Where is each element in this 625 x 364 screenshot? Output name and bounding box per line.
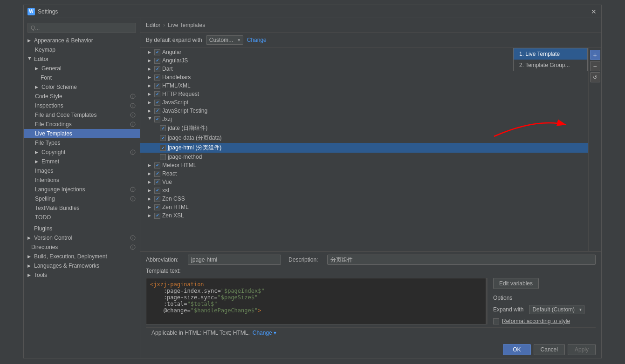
arrow-icon: ▶ [148, 92, 152, 96]
tree-item-handlebars[interactable]: ▶ Handlebars [140, 73, 601, 81]
tree-item-checkbox[interactable] [154, 58, 160, 64]
tree-item-zenhtml[interactable]: ▶ Zen HTML [140, 203, 601, 211]
sidebar-item-font[interactable]: Font [24, 73, 140, 82]
sidebar-item-filecodetemplates[interactable]: File and Code Templates i [24, 110, 140, 120]
tree-item-checkbox[interactable] [154, 171, 160, 177]
reset-button[interactable]: ↺ [590, 72, 600, 82]
sidebar-item-filetypes[interactable]: File Types [24, 138, 140, 148]
template-editor[interactable]: <jxzj-pagination :page-index.sync="$page… [146, 278, 488, 324]
tree-item-checkbox[interactable] [154, 91, 160, 97]
remove-button[interactable]: − [590, 61, 600, 71]
arrow-icon: ▶ [27, 263, 32, 268]
ok-button[interactable]: OK [503, 344, 530, 355]
tree-item-checkbox[interactable] [160, 125, 166, 131]
tree-item-checkbox[interactable] [154, 179, 160, 185]
reformat-checkbox[interactable] [493, 318, 499, 324]
tree-item-jpage-method[interactable]: jpage-method [140, 153, 601, 161]
titlebar: W Settings ✕ [24, 5, 601, 18]
tree-item-checkbox[interactable] [160, 145, 166, 151]
tree-item-zencss[interactable]: ▶ Zen CSS [140, 195, 601, 203]
cancel-button[interactable]: Cancel [534, 344, 565, 355]
arrow-icon: ▶ [148, 67, 152, 71]
badge-icon: i [130, 235, 136, 241]
sidebar-item-textmatebundles[interactable]: TextMate Bundles [24, 203, 140, 213]
search-input[interactable] [27, 23, 136, 33]
sidebar-item-versioncontrol[interactable]: ▶ Version Control i [24, 233, 140, 243]
sidebar-item-label: Editor [34, 56, 48, 62]
tree-item-react[interactable]: ▶ React [140, 169, 601, 178]
tree-item-checkbox[interactable] [154, 188, 160, 194]
popup-item-live-template[interactable]: 1. Live Template [514, 48, 587, 60]
sidebar-item-images[interactable]: Images [24, 166, 140, 175]
sidebar-item-intentions[interactable]: Intentions [24, 175, 140, 185]
sidebar-item-livetemplates[interactable]: Live Templates [24, 129, 140, 138]
expand-select[interactable]: Custom... [206, 35, 243, 45]
abbreviation-input[interactable] [188, 255, 281, 265]
description-input[interactable] [327, 255, 596, 265]
sidebar-item-copyright[interactable]: ▶ Copyright i [24, 148, 140, 157]
sidebar-item-editor[interactable]: ▶ Editor [24, 54, 140, 64]
tree-item-checkbox[interactable] [154, 100, 160, 106]
tree-item-httprequest[interactable]: ▶ HTTP Request [140, 90, 601, 98]
tree-item-vue[interactable]: ▶ Vue [140, 178, 601, 186]
tree-item-jpage-html[interactable]: jpage-html (分页组件) [140, 143, 601, 153]
tree-item-checkbox[interactable] [154, 116, 160, 122]
sidebar-item-spelling[interactable]: Spelling i [24, 194, 140, 203]
tree-item-checkbox[interactable] [154, 204, 160, 210]
sidebar-item-build[interactable]: ▶ Build, Execution, Deployment [24, 252, 140, 261]
template-tree: ▶ Angular ▶ AngularJS ▶ Dart ▶ H [140, 48, 601, 251]
sidebar-item-colorscheme[interactable]: ▶ Color Scheme [24, 82, 140, 92]
titlebar-left: W Settings [27, 8, 58, 15]
tree-item-checkbox[interactable] [154, 162, 160, 169]
sidebar-item-general[interactable]: ▶ General [24, 64, 140, 73]
apply-button[interactable]: Apply [568, 344, 596, 355]
sidebar-search-container [24, 20, 140, 36]
sidebar: ▶ Appearance & Behavior Keymap ▶ Editor … [24, 18, 140, 358]
val-1: "$pageIndex$" [221, 288, 265, 294]
tree-item-checkbox[interactable] [154, 49, 160, 55]
tree-item-checkbox[interactable] [160, 135, 166, 141]
change-link[interactable]: Change [247, 37, 267, 43]
sidebar-item-tools[interactable]: ▶ Tools [24, 270, 140, 280]
tree-item-zenxsl[interactable]: ▶ Zen XSL [140, 211, 601, 220]
sidebar-item-appearance[interactable]: ▶ Appearance & Behavior [24, 36, 140, 45]
sidebar-item-codestyle[interactable]: Code Style i [24, 92, 140, 101]
tree-item-javascript[interactable]: ▶ JavaScript [140, 98, 601, 107]
sidebar-item-languageinjections[interactable]: Language Injections i [24, 185, 140, 194]
tree-item-checkbox[interactable] [160, 154, 166, 160]
sidebar-item-inspections[interactable]: Inspections i [24, 101, 140, 110]
popup-item-template-group[interactable]: 2. Template Group... [514, 60, 587, 71]
tree-item-meteorhtml[interactable]: ▶ Meteor HTML [140, 161, 601, 169]
tree-item-jpage-data[interactable]: jpage-data (分页data) [140, 133, 601, 143]
tree-item-xsl[interactable]: ▶ xsl [140, 186, 601, 195]
close-button[interactable]: ✕ [590, 8, 598, 15]
right-panel: Editor › Live Templates By default expan… [140, 18, 601, 358]
tree-item-checkbox[interactable] [154, 196, 160, 202]
tree-item-checkbox[interactable] [154, 66, 160, 72]
edit-variables-button[interactable]: Edit variables [493, 278, 539, 289]
add-button[interactable]: + [590, 50, 600, 60]
val-4: "$handlePageChange$" [191, 307, 258, 314]
sidebar-item-plugins[interactable]: Plugins [24, 224, 140, 233]
sidebar-item-todo[interactable]: TODO [24, 213, 140, 222]
tree-item-label: Zen CSS [162, 195, 185, 202]
tree-item-checkbox[interactable] [154, 213, 160, 219]
expand-with-select[interactable]: Default (Custom) [529, 305, 584, 314]
sidebar-item-label: Build, Execution, Deployment [34, 253, 107, 260]
tree-item-checkbox[interactable] [154, 74, 160, 81]
tree-item-jdate[interactable]: jdate (日期组件) [140, 123, 601, 133]
tree-item-checkbox[interactable] [154, 83, 160, 89]
tree-item-jstesting[interactable]: ▶ JavaScript Testing [140, 107, 601, 115]
sidebar-item-languages[interactable]: ▶ Languages & Frameworks [24, 261, 140, 270]
applicable-change-link[interactable]: Change ▾ [253, 330, 276, 336]
tree-item-htmlxml[interactable]: ▶ HTML/XML [140, 81, 601, 90]
toolbar: By default expand with Custom... Change [140, 33, 601, 48]
sidebar-item-emmet[interactable]: ▶ Emmet [24, 157, 140, 166]
sidebar-item-fileencodings[interactable]: File Encodings i [24, 120, 140, 129]
tree-item-checkbox[interactable] [154, 108, 160, 114]
sidebar-item-directories[interactable]: Directories i [24, 243, 140, 252]
sidebar-item-keymap[interactable]: Keymap [24, 45, 140, 54]
attr-4: @change= [150, 307, 191, 314]
tree-item-jxzj[interactable]: ▶ Jxzj [140, 115, 601, 123]
badge-icon: i [130, 186, 136, 193]
